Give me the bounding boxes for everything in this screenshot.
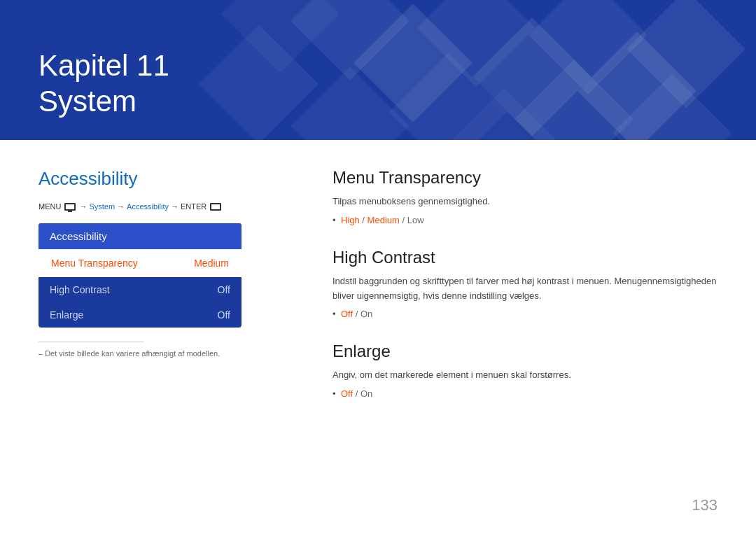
opt-low: Low xyxy=(407,215,424,225)
topic-desc-high-contrast: Indstil baggrunden og skrifttypen til fa… xyxy=(332,274,718,304)
topic-options-transparency: High / Medium / Low xyxy=(332,215,718,225)
chapter-title: Kapitel 11 System xyxy=(38,48,169,119)
footnote-divider xyxy=(38,342,144,342)
topic-high-contrast: High Contrast Indstil baggrunden og skri… xyxy=(332,248,718,320)
right-column: Menu Transparency Tilpas menuboksens gen… xyxy=(332,168,718,421)
breadcrumb-system: System xyxy=(89,202,115,211)
opt-sep-hc: / xyxy=(353,309,360,319)
menu-item-transparency-label: Menu Transparency xyxy=(51,258,138,269)
topic-options-high-contrast: Off / On xyxy=(332,309,718,319)
breadcrumb-menu: MENU xyxy=(38,202,61,211)
menu-item-enlarge[interactable]: Enlarge Off xyxy=(38,302,241,328)
page-header: Kapitel 11 System xyxy=(0,0,756,140)
menu-item-high-contrast-value: Off xyxy=(218,284,230,295)
topic-enlarge: Enlarge Angiv, om det markerede element … xyxy=(332,342,718,399)
opt-sep-en: / xyxy=(353,388,360,399)
topic-desc-transparency: Tilpas menuboksens gennemsigtighed. xyxy=(332,195,718,209)
opt-sep1: / xyxy=(360,215,368,225)
breadcrumb-arrow1: → xyxy=(79,202,87,211)
opt-off-hc: Off xyxy=(341,309,353,319)
topic-title-transparency: Menu Transparency xyxy=(332,168,718,188)
accessibility-menu: Accessibility Menu Transparency Medium H… xyxy=(38,223,241,328)
topic-menu-transparency: Menu Transparency Tilpas menuboksens gen… xyxy=(332,168,718,225)
menu-item-enlarge-value: Off xyxy=(218,309,230,321)
page-number: 133 xyxy=(692,496,718,514)
breadcrumb-arrow2: → xyxy=(117,202,125,211)
topic-desc-enlarge: Angiv, om det markerede element i menuen… xyxy=(332,368,718,383)
topic-title-high-contrast: High Contrast xyxy=(332,248,718,267)
breadcrumb-arrow3: → xyxy=(171,202,178,211)
opt-on-hc: On xyxy=(360,309,372,319)
opt-high: High xyxy=(341,215,360,225)
menu-item-high-contrast[interactable]: High Contrast Off xyxy=(38,277,241,302)
menu-item-transparency-value: Medium xyxy=(194,258,229,269)
topic-options-enlarge: Off / On xyxy=(332,388,718,399)
footnote: – Det viste billede kan variere afhængig… xyxy=(38,349,290,358)
breadcrumb-accessibility: Accessibility xyxy=(127,202,169,211)
left-column: Accessibility MENU → System → Accessibil… xyxy=(38,168,290,421)
breadcrumb: MENU → System → Accessibility → ENTER xyxy=(38,202,290,211)
menu-item-high-contrast-label: High Contrast xyxy=(50,284,110,295)
menu-item-enlarge-label: Enlarge xyxy=(50,309,83,321)
topic-title-enlarge: Enlarge xyxy=(332,342,718,361)
opt-on-en: On xyxy=(360,388,372,399)
menu-header: Accessibility xyxy=(38,223,241,249)
option-transparency: High / Medium / Low xyxy=(341,215,718,225)
breadcrumb-enter: ENTER xyxy=(181,202,206,211)
opt-off-en: Off xyxy=(341,388,353,399)
chapter-label: Kapitel 11 xyxy=(38,49,169,82)
header-title-block: Kapitel 11 System xyxy=(38,48,169,119)
option-high-contrast: Off / On xyxy=(341,309,718,319)
option-enlarge: Off / On xyxy=(341,388,718,399)
menu-item-transparency[interactable]: Menu Transparency Medium xyxy=(38,249,241,277)
section-title: Accessibility xyxy=(38,168,290,190)
opt-medium: Medium xyxy=(368,215,400,225)
system-label: System xyxy=(38,85,136,118)
main-content: Accessibility MENU → System → Accessibil… xyxy=(0,140,756,421)
opt-sep2: / xyxy=(400,215,407,225)
